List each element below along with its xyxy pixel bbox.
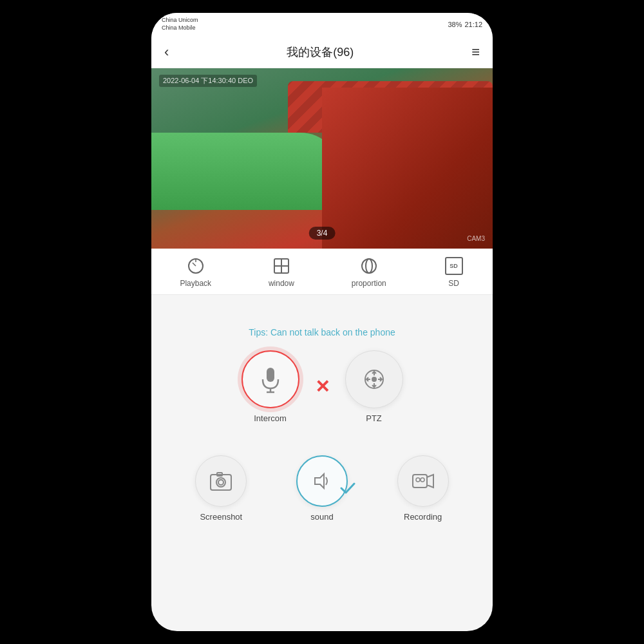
phone-frame: China Unicom China Mobile 38% 21:12 ‹ 我的… [151, 13, 493, 631]
window-icon [271, 256, 292, 276]
sd-text: SD [450, 263, 458, 269]
proportion-label: proportion [352, 279, 386, 288]
screenshot-label: Screenshot [200, 512, 242, 522]
sound-checkmark [340, 482, 355, 497]
screenshot-button[interactable] [195, 455, 247, 507]
ptz-button[interactable] [345, 350, 403, 408]
playback-label: Playback [180, 279, 211, 288]
time-label: 21:12 [464, 21, 482, 28]
svg-point-14 [372, 377, 376, 381]
x-mark: ✕ [315, 376, 330, 397]
sound-button-group: sound [296, 455, 348, 522]
sd-label: SD [448, 279, 459, 288]
grass-area [151, 133, 339, 210]
back-button[interactable]: ‹ [164, 44, 169, 61]
toolbar-proportion[interactable]: proportion [352, 256, 386, 288]
sound-button[interactable] [296, 455, 348, 507]
recording-label: Recording [404, 512, 442, 522]
svg-point-4 [362, 259, 376, 273]
sd-icon: SD [444, 256, 464, 276]
menu-button[interactable]: ≡ [471, 44, 480, 61]
svg-marker-19 [315, 474, 324, 488]
screenshot-button-group: Screenshot [195, 455, 247, 522]
recording-button[interactable] [397, 455, 449, 507]
ptz-label: PTZ [366, 413, 382, 423]
carrier2-label: China Mobile [162, 24, 198, 32]
bottom-buttons: Screenshot sound [151, 449, 493, 528]
toolbar-sd[interactable]: SD SD [444, 256, 464, 288]
proportion-icon [359, 256, 379, 276]
camera-feed: 2022-06-04 下14:30:40 DEO 3/4 CAM3 [151, 68, 493, 249]
svg-point-22 [421, 478, 424, 482]
sound-label: sound [310, 512, 333, 522]
playback-icon [185, 256, 206, 276]
svg-rect-15 [211, 475, 231, 490]
ptz-button-group: PTZ [345, 350, 403, 423]
intercom-button-group: Intercom [242, 350, 299, 423]
toolbar: Playback window proportion [151, 249, 493, 295]
intercom-button[interactable] [242, 350, 299, 408]
svg-point-5 [366, 259, 372, 273]
status-bar: China Unicom China Mobile 38% 21:12 [151, 13, 493, 36]
intercom-label: Intercom [254, 413, 287, 423]
building-red [322, 88, 493, 249]
toolbar-window[interactable]: window [269, 256, 294, 288]
svg-rect-6 [267, 368, 274, 382]
svg-point-17 [218, 480, 223, 485]
tips-text: Tips: Can not talk back on the phone [151, 327, 493, 337]
main-content: Tips: Can not talk back on the phone Int… [151, 295, 493, 541]
window-label: window [269, 279, 294, 288]
intercom-section: Intercom ✕ [151, 350, 493, 423]
status-right: 38% 21:12 [448, 21, 482, 28]
battery-label: 38% [448, 21, 462, 28]
page-title: 我的设备(96) [287, 44, 354, 60]
page-indicator: 3/4 [309, 227, 336, 240]
toolbar-playback[interactable]: Playback [180, 256, 211, 288]
carrier-info: China Unicom China Mobile [162, 17, 198, 32]
camera-timestamp: 2022-06-04 下14:30:40 DEO [159, 75, 257, 87]
carrier1-label: China Unicom [162, 17, 198, 24]
recording-button-group: Recording [397, 455, 449, 522]
cam-label: CAM3 [467, 235, 485, 242]
top-nav: ‹ 我的设备(96) ≡ [151, 36, 493, 68]
svg-point-21 [416, 478, 420, 482]
